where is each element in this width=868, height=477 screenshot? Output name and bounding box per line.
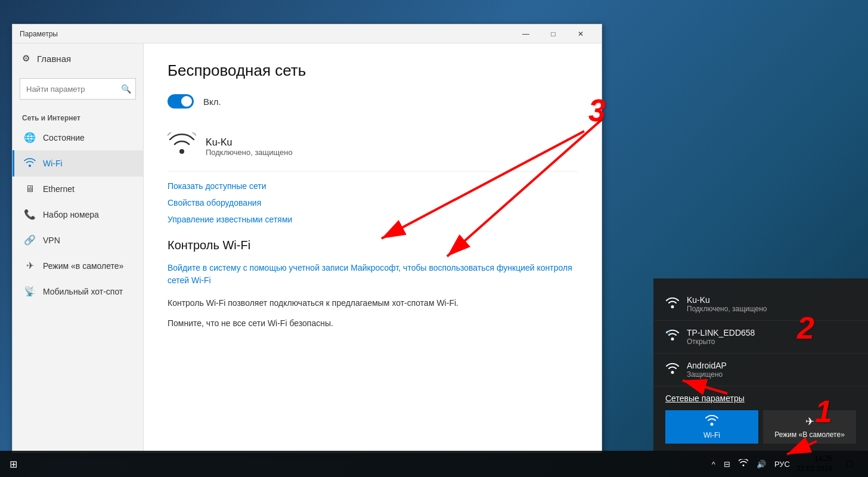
phone-icon: 📞: [24, 209, 36, 220]
sidebar-item-hotspot[interactable]: 📡 Мобильный хот-спот: [13, 278, 143, 304]
tray-chevron[interactable]: ^: [710, 460, 717, 469]
flyout-network-name-3: AndroidAP: [687, 361, 727, 370]
settings-window: Параметры — □ ✕ ⚙ Главная 🔍 Сеть и Интер…: [12, 24, 602, 453]
search-icon: 🔍: [121, 84, 131, 94]
airplane-icon: ✈: [24, 260, 36, 271]
tray-network-icon[interactable]: ⊟: [722, 460, 732, 469]
wifi-sense-heading: Контроль Wi-Fi: [168, 238, 578, 252]
flyout-network-name-2: TP-LINK_EDD658: [687, 328, 755, 337]
sidebar-item-label: Режим «в самолете»: [43, 261, 123, 271]
network-flyout: Ku-Ku Подключено, защищено 🛡 TP-LINK_EDD…: [653, 278, 868, 451]
flyout-wifi-icon-2: 🛡: [665, 330, 680, 345]
flyout-network-status-1: Подключено, защищено: [687, 305, 767, 313]
window-controls: — □ ✕: [512, 24, 594, 44]
sidebar-item-wifi[interactable]: Wi-Fi: [13, 150, 143, 176]
sidebar: ⚙ Главная 🔍 Сеть и Интернет 🌐 Состояние: [13, 44, 144, 453]
sidebar-item-label: Мобильный хот-спот: [43, 287, 123, 296]
flyout-wifi-icon-1: [665, 298, 680, 311]
tray-wifi-icon[interactable]: [737, 459, 750, 469]
taskbar: ⊞ ^ ⊟ 🔊 РУС 14:25 22.02.2019 □: [0, 451, 868, 477]
flyout-network-info-1: Ku-Ku Подключено, защищено: [687, 295, 767, 313]
sidebar-home-button[interactable]: ⚙ Главная: [13, 44, 143, 73]
maximize-button[interactable]: □: [540, 24, 567, 44]
tray-volume-icon[interactable]: 🔊: [755, 460, 768, 469]
toggle-label: Вкл.: [203, 97, 221, 107]
sidebar-item-airplane[interactable]: ✈ Режим «в самолете»: [13, 253, 143, 278]
wifi-btn-label: Wi-Fi: [703, 431, 720, 439]
flyout-network-item-android[interactable]: AndroidAP Защищено: [653, 354, 868, 386]
window-titlebar: Параметры — □ ✕: [13, 24, 602, 44]
taskbar-clock[interactable]: 14:25 22.02.2019: [796, 454, 832, 474]
wifi-sense-desc2: Помните, что не все сети Wi-Fi безопасны…: [168, 317, 578, 330]
tray-area: ^ ⊟ 🔊 РУС 14:25 22.02.2019 □: [710, 451, 868, 477]
search-input[interactable]: [20, 78, 136, 100]
sidebar-section-label: Сеть и Интернет: [13, 109, 143, 125]
network-status: Подключено, защищено: [206, 148, 293, 157]
sidebar-item-status[interactable]: 🌐 Состояние: [13, 125, 143, 150]
start-button[interactable]: ⊞: [0, 451, 26, 477]
desktop: Параметры — □ ✕ ⚙ Главная 🔍 Сеть и Интер…: [0, 0, 868, 477]
wifi-sense-desc1: Контроль Wi-Fi позволяет подключаться к …: [168, 296, 578, 309]
manage-networks-link[interactable]: Управление известными сетями: [168, 215, 578, 224]
notification-button[interactable]: □: [837, 451, 863, 477]
airplane-btn-icon: ✈: [805, 415, 814, 428]
page-title: Беспроводная сеть: [168, 61, 578, 80]
wifi-connected-icon: [168, 132, 196, 162]
sidebar-item-label: Набор номера: [43, 210, 99, 219]
sidebar-item-label: VPN: [43, 236, 60, 245]
flyout-buttons: Wi-Fi ✈ Режим «В самолете»: [665, 410, 856, 444]
flyout-settings-link[interactable]: Сетевые параметры: [665, 394, 856, 403]
network-info: Ku-Ku Подключено, защищено: [206, 137, 293, 157]
wifi-icon: [24, 157, 36, 169]
minimize-button[interactable]: —: [512, 24, 540, 44]
sidebar-item-ethernet[interactable]: 🖥 Ethernet: [13, 176, 143, 202]
wifi-toggle[interactable]: [168, 94, 194, 109]
window-title: Параметры: [20, 30, 512, 38]
taskbar-time-display: 14:25: [796, 454, 832, 464]
sidebar-item-dialup[interactable]: 📞 Набор номера: [13, 202, 143, 227]
ethernet-icon: 🖥: [24, 184, 36, 194]
gear-icon: ⚙: [22, 53, 30, 64]
connected-network-card: Ku-Ku Подключено, защищено: [168, 123, 578, 172]
flyout-wifi-icon-3: [665, 363, 680, 377]
hotspot-icon: 📡: [24, 286, 36, 297]
network-name: Ku-Ku: [206, 137, 293, 148]
home-label: Главная: [37, 54, 71, 64]
airplane-quick-button[interactable]: ✈ Режим «В самолете»: [763, 410, 856, 444]
flyout-network-name-1: Ku-Ku: [687, 295, 767, 305]
svg-text:🛡: 🛡: [666, 330, 671, 336]
tray-language[interactable]: РУС: [773, 460, 792, 469]
flyout-network-info-2: TP-LINK_EDD658 Открыто: [687, 328, 755, 346]
airplane-btn-label: Режим «В самолете»: [774, 430, 845, 439]
flyout-network-item-kukuku[interactable]: Ku-Ku Подключено, защищено: [653, 288, 868, 321]
sidebar-item-vpn[interactable]: 🔗 VPN: [13, 227, 143, 253]
sidebar-search-container: 🔍: [20, 78, 136, 100]
main-content: Беспроводная сеть Вкл.: [144, 44, 602, 453]
vpn-icon: 🔗: [24, 234, 36, 246]
flyout-bottom: Сетевые параметры Wi-Fi ✈ Режим «В самол…: [653, 386, 868, 451]
close-button[interactable]: ✕: [567, 24, 594, 44]
wifi-btn-icon: [705, 415, 718, 429]
globe-icon: 🌐: [24, 132, 36, 143]
sidebar-item-label: Ethernet: [43, 184, 75, 194]
flyout-network-status-2: Открыто: [687, 337, 755, 346]
adapter-properties-link[interactable]: Свойства оборудования: [168, 198, 578, 207]
taskbar-date-display: 22.02.2019: [796, 464, 832, 474]
flyout-network-info-3: AndroidAP Защищено: [687, 361, 727, 379]
sidebar-item-label: Состояние: [43, 133, 85, 143]
flyout-network-status-3: Защищено: [687, 370, 727, 379]
show-networks-link[interactable]: Показать доступные сети: [168, 181, 578, 191]
sign-in-link[interactable]: Войдите в систему с помощью учетной запи…: [168, 262, 578, 287]
sidebar-item-label: Wi-Fi: [43, 159, 63, 168]
flyout-network-item-tplink[interactable]: 🛡 TP-LINK_EDD658 Открыто: [653, 321, 868, 354]
wifi-toggle-row: Вкл.: [168, 94, 578, 109]
wifi-quick-button[interactable]: Wi-Fi: [665, 410, 758, 444]
settings-body: ⚙ Главная 🔍 Сеть и Интернет 🌐 Состояние: [13, 44, 602, 453]
